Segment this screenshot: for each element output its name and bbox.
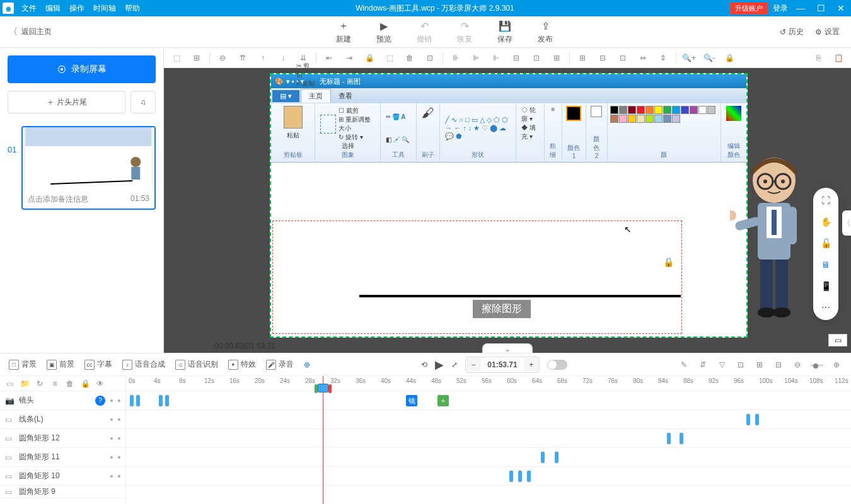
- clip[interactable]: [165, 395, 169, 406]
- tool-icon[interactable]: ⊡: [529, 50, 544, 66]
- time-plus[interactable]: +: [524, 357, 539, 372]
- collapse-tab[interactable]: ⌄: [482, 343, 533, 353]
- cut-button[interactable]: ✂ 剪切: [296, 62, 315, 79]
- eraser-icon[interactable]: ◧: [386, 136, 391, 143]
- menu-action[interactable]: 操作: [69, 3, 84, 14]
- tool-icon[interactable]: ⊞: [754, 359, 765, 370]
- clip[interactable]: [136, 395, 140, 406]
- scene-card[interactable]: 01 点击添加备注信息 01:53: [8, 126, 156, 210]
- paint-window[interactable]: 🎨 ▾ ▪ ▪ ▾ 无标题 - 画图 ▤ ▾ 主页 查看 粘贴: [270, 73, 748, 338]
- record-audio-tool[interactable]: 🎤录音: [266, 359, 294, 370]
- scene-thumbnail[interactable]: [23, 127, 154, 190]
- fill-button[interactable]: ◆ 填充 ▾: [521, 123, 539, 141]
- effects-tool[interactable]: ✦特效: [228, 359, 256, 370]
- publish-button[interactable]: ⇪发布: [538, 19, 553, 45]
- back-home-button[interactable]: 〈 返回主页: [0, 26, 164, 38]
- asr-tool[interactable]: ♫语音识别: [175, 359, 218, 370]
- delete-icon[interactable]: 🗑: [66, 379, 74, 388]
- tool-icon[interactable]: ⊟: [773, 359, 784, 370]
- filter-icon[interactable]: ▽: [716, 359, 727, 370]
- tool-icon[interactable]: ⊡: [422, 50, 437, 66]
- clip[interactable]: [130, 395, 134, 406]
- brush-icon[interactable]: 🖌: [422, 106, 434, 120]
- tool-icon[interactable]: ↑: [255, 50, 270, 66]
- canvas-stage[interactable]: 🎨 ▾ ▪ ▪ ▾ 无标题 - 画图 ▤ ▾ 主页 查看 粘贴: [164, 68, 851, 353]
- tool-icon[interactable]: ↓: [275, 50, 291, 66]
- fg-tool[interactable]: ▣前景: [47, 359, 74, 370]
- tool-icon[interactable]: ⊞: [549, 50, 564, 66]
- track-header[interactable]: ▭圆角矩形 11: [0, 448, 125, 467]
- hand-icon[interactable]: ✋: [819, 215, 832, 228]
- tool-icon[interactable]: ⊪: [448, 50, 463, 66]
- tool-icon[interactable]: ≡: [50, 379, 59, 388]
- minimize-button[interactable]: —: [793, 3, 808, 13]
- tool-icon[interactable]: ⊞: [575, 50, 590, 66]
- minimap-icon[interactable]: ▭: [828, 334, 847, 346]
- tool-icon[interactable]: ⊖: [215, 50, 230, 66]
- tool-icon[interactable]: ⊫: [468, 50, 483, 66]
- scene-note[interactable]: 点击添加备注信息: [28, 194, 88, 205]
- outline-button[interactable]: ◇ 轮廓 ▾: [521, 106, 539, 123]
- resize-button[interactable]: ⊞ 重新调整大小: [339, 115, 375, 133]
- tool-icon[interactable]: ⊟: [509, 50, 524, 66]
- folder-icon[interactable]: 📁: [20, 379, 29, 388]
- zoom-in-icon[interactable]: ⊕: [831, 359, 842, 370]
- track[interactable]: [126, 410, 851, 429]
- loop-toggle[interactable]: [547, 360, 567, 370]
- playhead[interactable]: [323, 376, 323, 504]
- clip[interactable]: [755, 414, 759, 425]
- zoom-out-icon[interactable]: ⊖: [792, 359, 803, 370]
- tool-icon[interactable]: ⇕: [656, 50, 671, 66]
- align-center-icon[interactable]: ⊞: [189, 50, 204, 66]
- color-palette[interactable]: [610, 106, 717, 123]
- rotate-button[interactable]: ↻ 旋转 ▾: [339, 133, 375, 142]
- track-header[interactable]: ▭线条(L): [0, 410, 125, 429]
- crop-button[interactable]: ☐ 裁剪: [339, 106, 375, 115]
- desktop-icon[interactable]: 🖥: [819, 258, 832, 271]
- clip[interactable]: [555, 452, 559, 463]
- clip[interactable]: [680, 433, 683, 444]
- unlock-icon[interactable]: 🔓: [819, 237, 832, 249]
- delete-icon[interactable]: 🗑: [402, 50, 417, 66]
- settings-button[interactable]: ⚙设置: [815, 26, 840, 37]
- rewind-button[interactable]: ⟲: [421, 360, 427, 369]
- redo-button[interactable]: ↷恢复: [457, 19, 472, 45]
- tool-icon[interactable]: ⇈: [235, 50, 250, 66]
- eye-icon[interactable]: 👁: [96, 379, 105, 388]
- track-header-lens[interactable]: 📷镜头?: [0, 391, 125, 410]
- lock-icon[interactable]: 🔒: [362, 50, 377, 66]
- tool-icon[interactable]: ⇔: [635, 50, 651, 66]
- copy-button[interactable]: ⎘ 复制: [296, 79, 315, 88]
- track[interactable]: [126, 448, 851, 467]
- copy-icon[interactable]: ⎘: [811, 50, 826, 66]
- fullscreen-icon[interactable]: ⛶: [819, 194, 832, 207]
- picker-icon[interactable]: 💉: [393, 136, 400, 143]
- playhead-handle[interactable]: [318, 384, 328, 392]
- history-button[interactable]: ↺历史: [780, 26, 804, 37]
- lock-icon[interactable]: 🔒: [722, 50, 737, 66]
- track-header[interactable]: ▭圆角矩形 9: [0, 486, 125, 498]
- maximize-button[interactable]: ☐: [813, 3, 828, 13]
- menu-timeline[interactable]: 时间轴: [93, 3, 116, 14]
- music-button[interactable]: ♫: [130, 91, 156, 113]
- paint-file-tab[interactable]: ▤ ▾: [272, 90, 299, 102]
- tool-icon[interactable]: ⊡: [735, 359, 746, 370]
- close-button[interactable]: ✕: [833, 3, 848, 13]
- edit-colors-icon[interactable]: [726, 106, 741, 121]
- paint-view-tab[interactable]: 查看: [331, 89, 360, 103]
- tool-icon[interactable]: ▭: [5, 379, 14, 388]
- zoom-slider[interactable]: [811, 365, 823, 366]
- track-lens[interactable]: 镜 +: [126, 391, 851, 410]
- tool-icon[interactable]: ⬚: [382, 50, 397, 66]
- paste-icon[interactable]: [284, 106, 303, 129]
- zoom-icon[interactable]: 🔍: [402, 136, 409, 143]
- help-icon[interactable]: ?: [95, 396, 105, 406]
- clip[interactable]: [527, 471, 531, 482]
- edit-icon[interactable]: ✎: [678, 359, 690, 370]
- pencil-icon[interactable]: ✏: [386, 113, 391, 120]
- clip[interactable]: [746, 414, 750, 425]
- add-marker[interactable]: +: [437, 395, 449, 406]
- time-minus[interactable]: −: [466, 357, 481, 372]
- bg-tool[interactable]: □背景: [9, 359, 37, 370]
- clip[interactable]: [509, 471, 513, 482]
